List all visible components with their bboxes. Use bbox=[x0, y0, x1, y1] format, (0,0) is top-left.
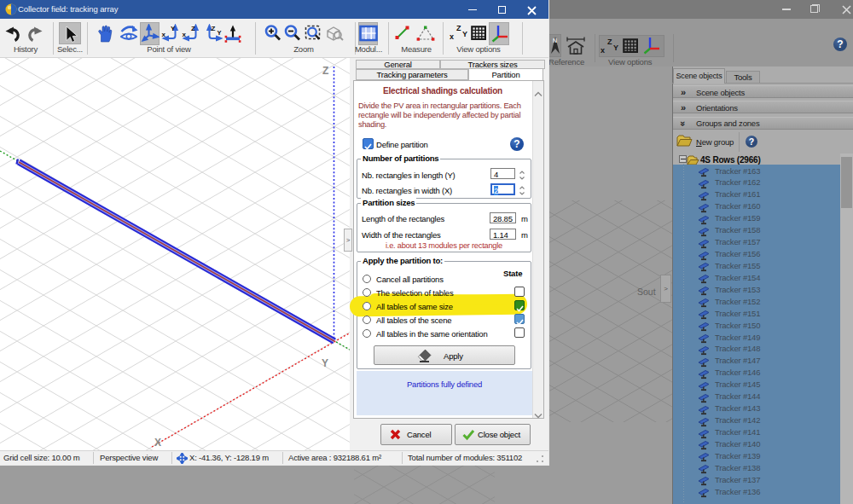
svg-text:Y: Y bbox=[171, 25, 176, 32]
svg-text:N: N bbox=[553, 38, 557, 43]
svg-text:Z: Z bbox=[607, 38, 612, 46]
svg-text:?: ? bbox=[514, 138, 519, 150]
svg-text:Y: Y bbox=[218, 29, 222, 37]
svg-text:Z: Z bbox=[191, 25, 195, 32]
svg-text:Z: Z bbox=[456, 24, 461, 32]
svg-text:Z: Z bbox=[212, 25, 216, 32]
svg-text:X: X bbox=[154, 437, 161, 449]
svg-text:?: ? bbox=[749, 136, 754, 147]
svg-text:x: x bbox=[601, 46, 605, 55]
svg-text:x: x bbox=[450, 32, 454, 41]
svg-text:Y: Y bbox=[322, 357, 328, 369]
svg-text:Y: Y bbox=[613, 43, 618, 52]
svg-text:Z: Z bbox=[322, 65, 328, 77]
svg-text:x: x bbox=[162, 31, 166, 38]
svg-text:x: x bbox=[183, 31, 187, 38]
svg-text:Y: Y bbox=[462, 30, 467, 38]
svg-text:?: ? bbox=[837, 38, 843, 50]
